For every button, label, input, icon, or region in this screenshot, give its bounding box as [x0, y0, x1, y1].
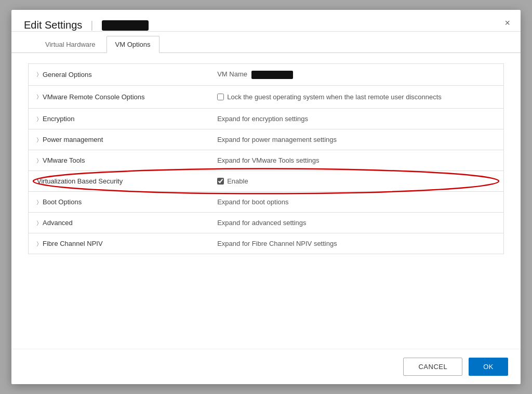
vmrc-lock-checkbox[interactable]	[217, 94, 224, 100]
row-label-advanced: Advanced	[43, 219, 73, 227]
vm-name-redacted	[102, 20, 149, 31]
chevron-right-icon[interactable]: 〉	[37, 157, 38, 164]
table-row: 〉 Fibre Channel NPIV Expand for Fibre Ch…	[29, 233, 504, 254]
chevron-right-icon[interactable]: 〉	[37, 137, 38, 143]
chevron-right-icon[interactable]: 〉	[37, 94, 38, 100]
modal-body: 〉 General Options VM Name	[11, 53, 521, 349]
row-value-fibre-channel: Expand for Fibre Channel NPIV settings	[209, 233, 503, 254]
modal-overlay: Edit Settings | × Virtual Hardware VM Op…	[0, 0, 532, 394]
row-label-fibre-channel: Fibre Channel NPIV	[43, 240, 103, 247]
cancel-button[interactable]: CANCEL	[403, 358, 462, 376]
table-row: 〉 General Options VM Name	[29, 64, 504, 86]
row-value-vmrc: Lock the guest operating system when the…	[209, 85, 503, 109]
row-value-encryption: Expand for encryption settings	[209, 109, 503, 129]
settings-table: 〉 General Options VM Name	[28, 63, 504, 254]
row-value-vbs: Enable	[209, 171, 503, 192]
chevron-right-icon[interactable]: 〉	[37, 220, 38, 226]
vbs-enable-label: Enable	[227, 177, 248, 185]
table-row: 〉 VMware Remote Console Options Lock the…	[29, 85, 504, 109]
row-label-vmware-tools: VMware Tools	[43, 156, 85, 164]
row-value-general-options: VM Name	[209, 64, 503, 86]
chevron-right-icon[interactable]: 〉	[37, 199, 38, 205]
table-row: 〉 VMware Tools Expand for VMware Tools s…	[29, 150, 504, 171]
row-value-power-management: Expand for power management settings	[209, 129, 503, 150]
modal-footer: CANCEL OK	[11, 349, 521, 384]
table-row: 〉 Encryption Expand for encryption setti…	[29, 109, 504, 129]
row-label-general-options: General Options	[43, 71, 92, 78]
row-label-vbs-cell: Virtualization Based Security	[29, 171, 209, 192]
table-row: 〉 Advanced Expand for advanced settings	[29, 213, 504, 233]
modal-header: Edit Settings | ×	[11, 10, 521, 32]
close-button[interactable]: ×	[504, 18, 510, 28]
chevron-right-icon[interactable]: 〉	[37, 71, 38, 77]
ok-button[interactable]: OK	[469, 358, 508, 376]
tab-bar: Virtual Hardware VM Options	[24, 36, 508, 52]
tab-virtual-hardware[interactable]: Virtual Hardware	[36, 36, 104, 52]
modal-title: Edit Settings	[24, 19, 82, 31]
chevron-right-icon[interactable]: 〉	[37, 241, 38, 247]
row-value-boot-options: Expand for boot options	[209, 192, 503, 213]
edit-settings-modal: Edit Settings | × Virtual Hardware VM Op…	[11, 10, 521, 384]
vm-name-value-redacted	[251, 71, 293, 79]
vbs-enable-checkbox[interactable]	[217, 178, 224, 185]
row-label-power-management: Power management	[43, 136, 103, 143]
row-label-vmrc: VMware Remote Console Options	[43, 93, 145, 101]
chevron-right-icon[interactable]: 〉	[37, 116, 38, 122]
row-value-advanced: Expand for advanced settings	[209, 213, 503, 233]
row-label-boot-options: Boot Options	[43, 198, 82, 206]
row-label-encryption: Encryption	[43, 115, 74, 123]
table-row-vbs: Virtualization Based Security Enable	[29, 171, 504, 192]
table-row: 〉 Boot Options Expand for boot options	[29, 192, 504, 213]
vmrc-lock-label: Lock the guest operating system when the…	[227, 92, 442, 102]
table-row: 〉 Power management Expand for power mana…	[29, 129, 504, 150]
tab-vm-options[interactable]: VM Options	[107, 36, 159, 53]
row-label-vbs: Virtualization Based Security	[37, 177, 123, 185]
row-value-vmware-tools: Expand for VMware Tools settings	[209, 150, 503, 171]
